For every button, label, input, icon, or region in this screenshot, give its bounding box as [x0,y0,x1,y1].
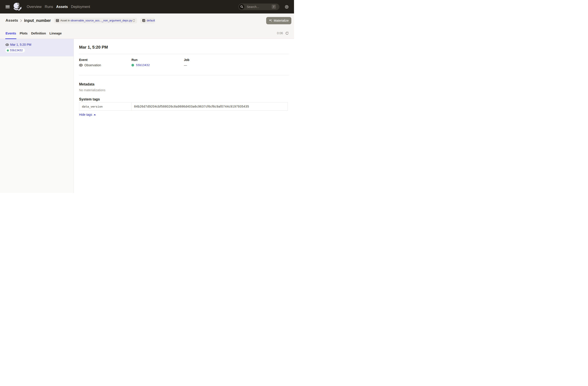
tag-value-cell: 84b26d7d9204cbf588026c8a9886d403a6c9637c… [131,102,288,111]
asset-definition-tag: Asset in observable_source_ass..._non_ar… [54,18,137,23]
caret-up-icon [94,114,96,115]
group-tag-link[interactable]: default [147,19,155,22]
breadcrumb-current-asset: input_number [24,18,51,23]
run-id-cell: 55b13432 [131,63,184,67]
materialize-button[interactable]: Materialize [266,17,291,24]
search-input[interactable]: Search... / [238,3,279,10]
tab-lineage[interactable]: Lineage [49,28,62,39]
table-row: data_version 84b26d7d9204cbf588026c8a988… [79,102,288,111]
run-status-dot [131,64,134,66]
metadata-heading: Metadata [79,82,289,87]
search-shortcut-badge: / [272,5,276,9]
tabs-right-controls: 0:06 [277,31,289,35]
settings-gear-icon[interactable] [285,5,289,9]
empty-column [236,58,289,67]
observation-eye-icon [5,43,9,46]
group-tag: default [140,18,155,23]
asset-tag-prefix: Asset in [60,19,70,22]
tab-definition[interactable]: Definition [31,28,46,39]
reload-definition-icon[interactable] [132,19,135,22]
search-icon [239,4,244,9]
menu-icon[interactable] [5,5,10,8]
tabs-bar: Events Plots Definition Lineage 0:06 [0,28,294,39]
search-placeholder: Search... [247,5,259,9]
job-column-label: Job [184,58,236,62]
tab-events[interactable]: Events [5,28,16,39]
job-value-cell: — [184,63,236,67]
breadcrumb: Assets input_number [5,18,51,23]
nav-item-runs[interactable]: Runs [45,5,53,9]
events-list-panel: Mar 1, 5:20 PM 55b13432 [0,39,74,193]
run-id-pill[interactable]: 55b13432 [5,48,25,53]
run-status-dot [7,49,9,51]
chevron-right-icon [20,19,22,22]
refresh-countdown: 0:06 [277,31,283,35]
hide-tags-button[interactable]: Hide tags [79,112,96,117]
sparkle-icon [269,19,272,22]
top-navbar: Overview Runs Assets Deployment Search..… [0,0,294,14]
event-column: Event Observation [79,58,131,67]
metadata-section: Metadata No materializations System tags… [79,82,289,117]
asset-tabs: Events Plots Definition Lineage [5,28,62,39]
metadata-empty-text: No materializations [79,88,289,92]
event-list-item[interactable]: Mar 1, 5:20 PM 55b13432 [0,39,74,56]
table-grid-icon [56,19,59,22]
event-detail-panel: Mar 1, 5:20 PM Event Observation Run 55b… [74,39,294,193]
observation-eye-icon [79,64,83,66]
run-column-label: Run [131,58,184,62]
job-value: — [184,63,187,67]
event-type-value: Observation [84,63,101,67]
divider [79,75,289,75]
system-tags-heading: System tags [79,97,289,102]
asset-definition-link[interactable]: observable_source_ass..._non_argument_de… [70,19,132,22]
page-header: Assets input_number Asset in observable_… [0,14,294,28]
event-type-cell: Observation [79,63,131,67]
run-id-link[interactable]: 55b13432 [136,63,150,67]
nav-item-assets[interactable]: Assets [56,5,68,9]
event-detail-title: Mar 1, 5:20 PM [79,44,289,50]
system-tags-table: data_version 84b26d7d9204cbf588026c8a988… [79,102,288,111]
repo-stack-icon [142,19,145,22]
system-tags-body: data_version 84b26d7d9204cbf588026c8a988… [79,102,288,111]
run-id-label: 55b13432 [10,49,23,52]
tab-plots[interactable]: Plots [20,28,28,39]
event-summary-grid: Event Observation Run 55b13432 Job — [79,54,289,75]
event-item-header: Mar 1, 5:20 PM [5,42,68,47]
dagster-logo-icon[interactable] [13,3,21,11]
run-column: Run 55b13432 [131,58,184,67]
main-nav: Overview Runs Assets Deployment [27,5,90,9]
tag-key-cell: data_version [79,102,131,111]
event-timestamp: Mar 1, 5:20 PM [10,42,31,47]
materialize-label: Materialize [274,19,289,22]
refresh-icon[interactable] [285,32,289,35]
hide-tags-label: Hide tags [79,112,92,117]
event-column-label: Event [79,58,131,62]
job-column: Job — [184,58,236,67]
nav-item-deployment[interactable]: Deployment [71,5,90,9]
breadcrumb-assets-link[interactable]: Assets [5,18,18,23]
content-area: Mar 1, 5:20 PM 55b13432 Mar 1, 5:20 PM E… [0,39,294,193]
nav-item-overview[interactable]: Overview [27,5,42,9]
